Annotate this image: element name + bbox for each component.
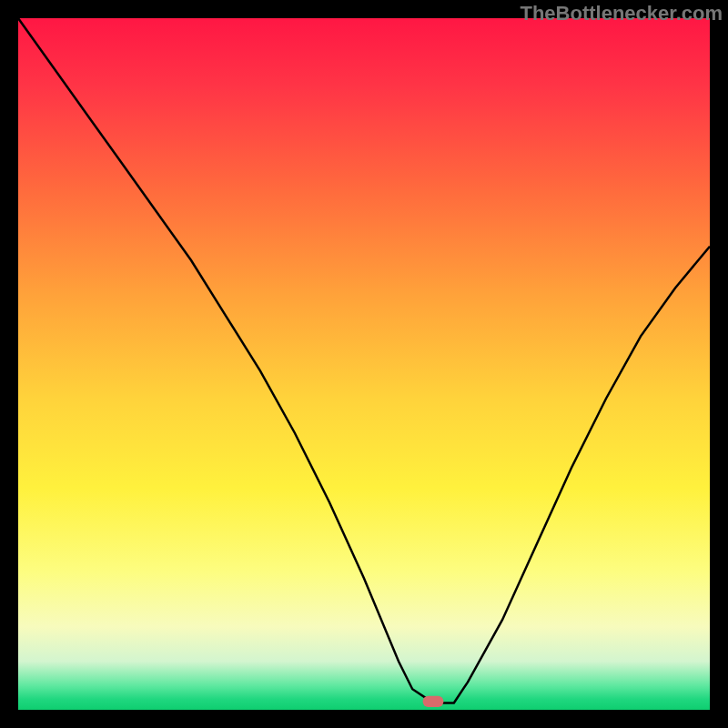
chart-container: TheBottlenecker.com [0, 0, 728, 728]
chart-svg [18, 18, 710, 710]
plot-area [18, 18, 710, 710]
marker-pill [423, 696, 444, 707]
gradient-background [18, 18, 710, 710]
watermark-text: TheBottlenecker.com [520, 2, 723, 25]
